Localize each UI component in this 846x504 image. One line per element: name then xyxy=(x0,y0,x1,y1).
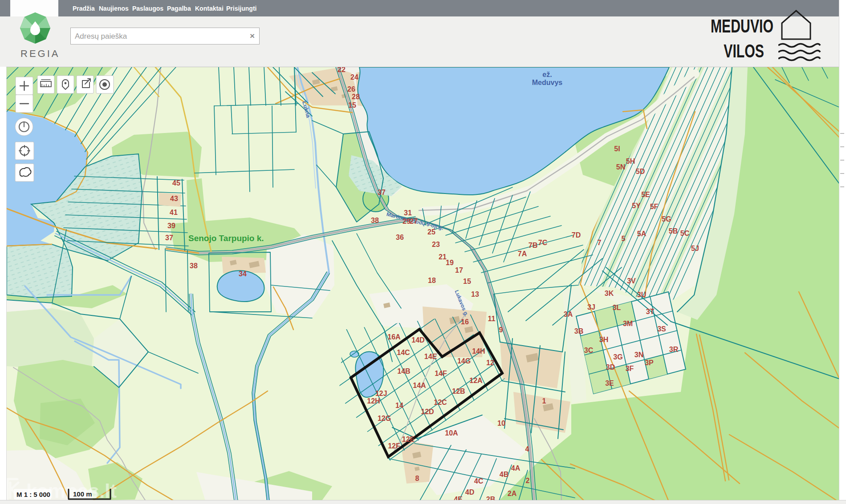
svg-text:26: 26 xyxy=(347,85,355,93)
svg-text:5N: 5N xyxy=(616,163,625,171)
svg-text:7A: 7A xyxy=(518,250,527,258)
svg-text:5J: 5J xyxy=(691,245,699,252)
svg-text:4D: 4D xyxy=(465,488,474,496)
svg-text:7: 7 xyxy=(598,239,602,246)
svg-text:12A: 12A xyxy=(469,377,483,384)
svg-text:5Y: 5Y xyxy=(632,202,641,210)
svg-text:3N: 3N xyxy=(634,351,643,359)
svg-text:4C: 4C xyxy=(474,477,484,485)
svg-text:9: 9 xyxy=(499,326,503,334)
svg-text:28: 28 xyxy=(352,93,360,101)
svg-text:4A: 4A xyxy=(511,464,521,472)
svg-text:3B: 3B xyxy=(574,327,583,335)
svg-text:12F: 12F xyxy=(388,442,400,450)
svg-text:5I: 5I xyxy=(614,145,620,153)
svg-text:3P: 3P xyxy=(645,359,654,367)
svg-text:5: 5 xyxy=(622,235,626,242)
svg-text:12B: 12B xyxy=(452,387,465,395)
svg-text:3U: 3U xyxy=(637,291,646,298)
svg-text:31: 31 xyxy=(404,209,412,217)
svg-text:10A: 10A xyxy=(445,429,458,437)
svg-text:38: 38 xyxy=(371,217,379,224)
svg-text:37: 37 xyxy=(165,234,173,242)
svg-text:3K: 3K xyxy=(605,290,614,297)
svg-text:16A: 16A xyxy=(387,333,401,341)
svg-text:5E: 5E xyxy=(641,191,650,198)
svg-text:4: 4 xyxy=(525,445,529,453)
svg-text:3S: 3S xyxy=(657,325,666,333)
svg-text:5A: 5A xyxy=(637,230,647,238)
svg-text:7D: 7D xyxy=(572,231,581,239)
svg-text:5H: 5H xyxy=(626,157,635,165)
svg-text:45: 45 xyxy=(172,179,180,187)
svg-text:3L: 3L xyxy=(613,304,621,311)
svg-text:12H: 12H xyxy=(367,397,380,405)
svg-text:27: 27 xyxy=(410,218,418,225)
svg-text:3E: 3E xyxy=(605,379,614,387)
svg-text:5F: 5F xyxy=(650,203,659,210)
svg-text:3C: 3C xyxy=(584,347,594,354)
svg-text:7C: 7C xyxy=(538,239,548,246)
svg-text:14E: 14E xyxy=(424,353,437,360)
svg-text:M 1 : 5 000: M 1 : 5 000 xyxy=(16,491,50,498)
svg-text:14C: 14C xyxy=(397,349,410,356)
svg-text:37: 37 xyxy=(378,189,386,196)
svg-text:24: 24 xyxy=(350,73,358,81)
svg-text:3M: 3M xyxy=(623,320,633,327)
svg-text:15: 15 xyxy=(348,101,356,109)
svg-text:1: 1 xyxy=(542,397,546,405)
svg-text:14F: 14F xyxy=(435,370,447,377)
svg-text:23: 23 xyxy=(432,241,440,248)
svg-text:36: 36 xyxy=(396,234,404,241)
svg-text:17: 17 xyxy=(455,266,463,274)
svg-text:39: 39 xyxy=(167,222,175,230)
svg-text:7B: 7B xyxy=(529,242,537,249)
svg-text:15: 15 xyxy=(463,278,471,285)
svg-text:14: 14 xyxy=(395,402,403,409)
svg-text:3F: 3F xyxy=(626,365,634,372)
svg-text:3J: 3J xyxy=(587,303,595,311)
svg-text:41: 41 xyxy=(170,209,178,216)
svg-text:2: 2 xyxy=(526,477,530,484)
svg-text:12J: 12J xyxy=(375,390,387,397)
svg-text:12D: 12D xyxy=(421,408,434,415)
svg-text:5D: 5D xyxy=(636,168,645,175)
svg-text:14H: 14H xyxy=(472,347,485,355)
svg-text:12E: 12E xyxy=(402,435,415,443)
svg-text:3R: 3R xyxy=(669,346,679,353)
svg-text:14A: 14A xyxy=(413,382,426,389)
svg-text:Senojo Tarpupio k.: Senojo Tarpupio k. xyxy=(188,234,264,243)
svg-text:14G: 14G xyxy=(457,357,471,365)
svg-text:3G: 3G xyxy=(613,353,622,361)
svg-text:3D: 3D xyxy=(606,363,615,371)
svg-text:19: 19 xyxy=(446,259,454,266)
svg-text:12G: 12G xyxy=(378,415,391,422)
svg-text:ež.: ež. xyxy=(542,71,552,78)
svg-text:3H: 3H xyxy=(599,336,608,343)
svg-text:2A: 2A xyxy=(508,490,517,497)
svg-text:5G: 5G xyxy=(662,215,671,223)
svg-text:34: 34 xyxy=(239,270,247,278)
svg-text:18: 18 xyxy=(428,277,436,284)
svg-text:8: 8 xyxy=(415,475,419,482)
svg-text:11: 11 xyxy=(488,315,496,323)
svg-text:10: 10 xyxy=(497,419,505,427)
svg-text:22: 22 xyxy=(338,67,346,73)
svg-text:3V: 3V xyxy=(627,277,636,285)
svg-text:100 m: 100 m xyxy=(73,490,92,498)
svg-text:5B: 5B xyxy=(669,227,678,235)
svg-text:14D: 14D xyxy=(411,336,424,344)
svg-text:14B: 14B xyxy=(397,367,410,375)
svg-text:25: 25 xyxy=(427,228,435,236)
svg-text:12C: 12C xyxy=(434,399,447,406)
svg-text:38: 38 xyxy=(190,262,198,270)
svg-text:3T: 3T xyxy=(646,308,655,315)
svg-text:43: 43 xyxy=(170,195,178,202)
svg-text:12: 12 xyxy=(486,359,494,367)
svg-text:16: 16 xyxy=(461,318,469,326)
svg-text:3A: 3A xyxy=(564,310,573,318)
svg-text:5C: 5C xyxy=(680,230,690,237)
svg-text:13: 13 xyxy=(471,290,479,298)
svg-text:4B: 4B xyxy=(500,471,508,478)
svg-text:Meduvys: Meduvys xyxy=(532,79,563,86)
